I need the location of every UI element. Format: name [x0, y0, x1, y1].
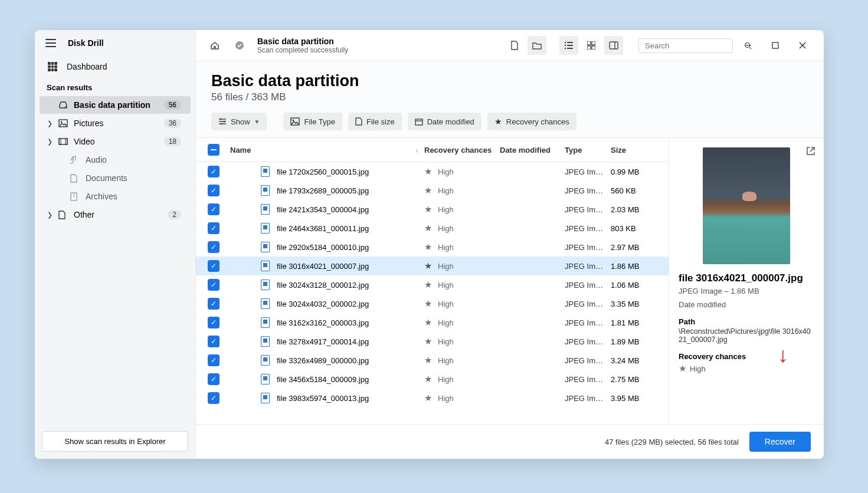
home-button[interactable]: [205, 36, 224, 55]
table-row[interactable]: ✓file 2421x3543_000004.jpg★HighJPEG Im…2…: [196, 200, 669, 219]
image-icon: [290, 117, 300, 126]
svg-rect-14: [567, 48, 573, 49]
row-checkbox[interactable]: ✓: [208, 241, 220, 253]
header-area: Basic data partition 56 files / 363 MB S…: [196, 61, 824, 138]
show-in-explorer-button[interactable]: Show scan results in Explorer: [42, 431, 188, 452]
table-row[interactable]: ✓file 3024x4032_000002.jpg★HighJPEG Im…3…: [196, 294, 669, 313]
search-box[interactable]: [638, 38, 733, 53]
filter-label: File Type: [304, 117, 335, 126]
open-external-icon[interactable]: [806, 146, 815, 156]
filter-file-size[interactable]: File size: [348, 113, 402, 130]
folder-view-icon[interactable]: [528, 36, 546, 55]
count-badge: 2: [168, 210, 181, 219]
filter-recovery-chances[interactable]: ★Recovery chances: [487, 113, 577, 130]
table-row[interactable]: ✓file 2464x3681_000011.jpg★HighJPEG Im…8…: [196, 219, 669, 238]
sidebar-item-audio[interactable]: Audio: [40, 151, 191, 169]
svg-rect-15: [587, 41, 591, 45]
sidebar-item-pictures[interactable]: ❯Pictures36: [40, 114, 191, 132]
col-size[interactable]: Size: [611, 146, 657, 155]
col-chances[interactable]: Recovery chances: [424, 146, 500, 155]
table-row[interactable]: ✓file 3456x5184_000009.jpg★HighJPEG Im…2…: [196, 370, 669, 389]
list-view-icon[interactable]: [559, 36, 578, 55]
page-title: Basic data partition: [211, 72, 808, 90]
doc-icon: [70, 174, 81, 183]
maximize-button[interactable]: [764, 36, 787, 55]
svg-point-31: [224, 121, 225, 123]
table-row[interactable]: ✓file 3016x4021_000007.jpg★HighJPEG Im…1…: [196, 257, 669, 275]
dashboard-nav[interactable]: Dashboard: [35, 56, 195, 77]
row-checkbox[interactable]: ✓: [208, 373, 220, 385]
recover-button[interactable]: Recover: [749, 432, 811, 452]
grid-view-icon[interactable]: [582, 36, 601, 55]
file-icon: [261, 336, 270, 347]
table-row[interactable]: ✓file 1793x2689_000005.jpg★HighJPEG Im…5…: [196, 181, 669, 200]
file-name: file 3016x4021_000007.jpg: [277, 262, 369, 271]
recovery-chance: High: [438, 300, 454, 308]
sidebar-item-basic-data-partition[interactable]: Basic data partition56: [40, 96, 191, 114]
file-type: JPEG Im…: [565, 356, 611, 365]
preview-image: [703, 147, 790, 264]
table-row[interactable]: ✓file 3162x3162_000003.jpg★HighJPEG Im…1…: [196, 313, 669, 332]
file-name: file 3162x3162_000003.jpg: [277, 318, 369, 327]
sidebar-item-label: Pictures: [74, 119, 159, 128]
topbar: Basic data partition Scan completed succ…: [196, 30, 824, 61]
recovery-chance: High: [438, 375, 454, 384]
row-checkbox[interactable]: ✓: [208, 317, 220, 328]
row-checkbox[interactable]: ✓: [208, 298, 220, 310]
file-type: JPEG Im…: [565, 281, 611, 290]
filter-label: Date modified: [427, 117, 474, 126]
sort-arrow-icon[interactable]: ↓: [415, 146, 419, 153]
dashboard-label: Dashboard: [67, 62, 107, 71]
col-date[interactable]: Date modified: [500, 146, 565, 155]
star-icon: ★: [424, 166, 432, 177]
content-row: Name↓ Recovery chances Date modified Typ…: [196, 138, 824, 424]
star-icon: ★: [424, 280, 432, 290]
row-checkbox[interactable]: ✓: [208, 203, 220, 215]
table-body[interactable]: ✓file 1720x2560_000015.jpg★HighJPEG Im…0…: [196, 162, 669, 424]
file-size: 560 KB: [611, 186, 657, 195]
image-icon: [58, 119, 69, 127]
row-checkbox[interactable]: ✓: [208, 392, 220, 404]
filter-show[interactable]: Show▼: [211, 113, 267, 130]
row-checkbox[interactable]: ✓: [208, 166, 220, 178]
svg-point-0: [65, 106, 66, 107]
row-checkbox[interactable]: ✓: [208, 222, 220, 234]
sidebar-item-video[interactable]: ❯Video18: [40, 133, 191, 150]
menu-icon[interactable]: [45, 39, 56, 47]
minimize-button[interactable]: [736, 36, 760, 55]
file-size: 1.06 MB: [611, 281, 657, 290]
col-name[interactable]: Name: [230, 146, 251, 155]
table-row[interactable]: ✓file 3326x4989_000000.jpg★HighJPEG Im…3…: [196, 351, 669, 370]
filter-file-type[interactable]: File Type: [283, 113, 342, 130]
preview-path-label: Path: [679, 317, 814, 326]
table-row[interactable]: ✓file 3024x3128_000012.jpg★HighJPEG Im…1…: [196, 275, 669, 294]
chevron-icon: ❯: [45, 138, 54, 146]
select-all-checkbox[interactable]: [208, 144, 220, 156]
table-row[interactable]: ✓file 1720x2560_000015.jpg★HighJPEG Im…0…: [196, 162, 669, 181]
recovery-chance: High: [438, 356, 454, 365]
table-row[interactable]: ✓file 3983x5974_000013.jpg★HighJPEG Im…3…: [196, 389, 669, 407]
row-checkbox[interactable]: ✓: [208, 336, 220, 347]
panel-toggle-icon[interactable]: [604, 36, 623, 55]
sidebar-item-archives[interactable]: Archives: [40, 188, 191, 205]
row-checkbox[interactable]: ✓: [208, 354, 220, 366]
preview-date-label: Date modified: [679, 300, 814, 309]
filter-date-modified[interactable]: Date modified: [408, 113, 482, 130]
row-checkbox[interactable]: ✓: [208, 185, 220, 196]
search-input[interactable]: [645, 41, 744, 50]
sidebar-item-label: Audio: [86, 155, 181, 165]
star-icon: ★: [679, 363, 686, 374]
svg-point-30: [220, 119, 222, 120]
file-icon: [261, 355, 270, 366]
sidebar-item-other[interactable]: ❯Other2: [40, 206, 191, 224]
file-view-icon[interactable]: [505, 36, 524, 55]
table-row[interactable]: ✓file 3278x4917_000014.jpg★HighJPEG Im…1…: [196, 332, 669, 351]
row-checkbox[interactable]: ✓: [208, 279, 220, 291]
table-row[interactable]: ✓file 2920x5184_000010.jpg★HighJPEG Im…2…: [196, 238, 669, 257]
close-button[interactable]: [791, 36, 814, 55]
recovery-chance: High: [438, 167, 454, 176]
breadcrumb-subtitle: Scan completed successfully: [257, 46, 348, 54]
row-checkbox[interactable]: ✓: [208, 260, 220, 272]
col-type[interactable]: Type: [565, 146, 611, 155]
sidebar-item-documents[interactable]: Documents: [40, 169, 191, 187]
